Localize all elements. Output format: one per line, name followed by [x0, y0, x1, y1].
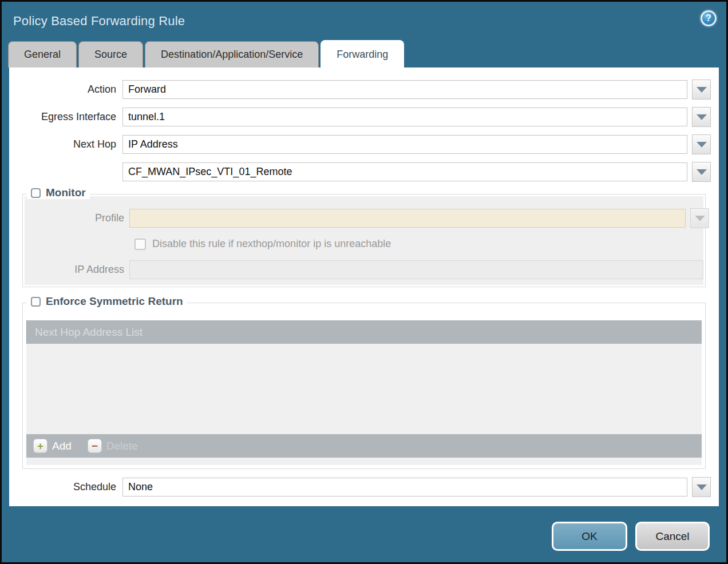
- profile-dropdown-button[interactable]: [690, 208, 709, 228]
- egress-interface-label: Egress Interface: [9, 111, 122, 123]
- schedule-dropdown-button[interactable]: [692, 477, 711, 497]
- action-row: Action: [9, 80, 719, 100]
- ok-button[interactable]: OK: [552, 522, 627, 551]
- next-hop-type-input[interactable]: [122, 135, 687, 154]
- action-dropdown-button[interactable]: [692, 80, 711, 100]
- enforce-symmetric-return-fieldset: Enforce Symmetric Return Next Hop Addres…: [22, 303, 706, 469]
- egress-interface-input[interactable]: [122, 108, 687, 126]
- chevron-down-icon: [697, 87, 707, 93]
- dialog-title: Policy Based Forwarding Rule: [13, 14, 185, 29]
- profile-label: Profile: [25, 212, 129, 224]
- schedule-label: Schedule: [9, 481, 122, 493]
- chevron-down-icon: [697, 142, 707, 148]
- tab-destination-application-service[interactable]: Destination/Application/Service: [145, 41, 319, 67]
- tab-bar: General Source Destination/Application/S…: [2, 40, 726, 67]
- disable-rule-checkbox[interactable]: [134, 239, 146, 250]
- cancel-button[interactable]: Cancel: [635, 522, 710, 551]
- egress-interface-row: Egress Interface: [9, 107, 719, 127]
- monitor-ip-address-row: IP Address: [25, 260, 703, 279]
- monitor-ip-address-input[interactable]: [129, 260, 703, 279]
- next-hop-address-list-table: Next Hop Address List + Add − Delete: [26, 320, 702, 465]
- add-button-label: Add: [52, 440, 72, 452]
- action-input[interactable]: [122, 80, 687, 99]
- monitor-label: Monitor: [46, 186, 86, 199]
- chevron-down-icon: [697, 114, 707, 120]
- next-hop-type-dropdown-button[interactable]: [692, 134, 711, 154]
- tab-content-forwarding: Action Egress Interface Next Hop: [9, 67, 719, 506]
- egress-interface-dropdown-button[interactable]: [692, 107, 711, 127]
- profile-input[interactable]: [129, 209, 686, 228]
- chevron-down-icon: [695, 216, 705, 221]
- monitor-legend: Monitor: [27, 186, 90, 199]
- next-hop-address-list-header: Next Hop Address List: [26, 320, 702, 344]
- dialog-titlebar: Policy Based Forwarding Rule ?: [2, 2, 726, 40]
- tab-source[interactable]: Source: [78, 41, 143, 67]
- schedule-input[interactable]: [122, 478, 687, 497]
- monitor-ip-address-label: IP Address: [25, 264, 129, 276]
- disable-rule-row: Disable this rule if nexthop/monitor ip …: [134, 238, 703, 250]
- delete-button[interactable]: − Delete: [88, 439, 138, 453]
- disable-rule-label: Disable this rule if nexthop/monitor ip …: [152, 238, 391, 250]
- next-hop-label: Next Hop: [9, 138, 122, 150]
- enforce-symmetric-return-legend: Enforce Symmetric Return: [27, 295, 187, 308]
- help-icon[interactable]: ?: [701, 10, 717, 26]
- dialog-policy-based-forwarding-rule: Policy Based Forwarding Rule ? General S…: [0, 0, 728, 564]
- tab-forwarding[interactable]: Forwarding: [321, 40, 404, 67]
- next-hop-address-list-body[interactable]: [26, 344, 702, 434]
- action-label: Action: [9, 84, 122, 96]
- next-hop-address-dropdown-button[interactable]: [692, 162, 711, 182]
- schedule-row: Schedule: [9, 477, 719, 497]
- next-hop-address-row: [9, 162, 719, 182]
- profile-row: Profile: [25, 208, 703, 228]
- delete-button-label: Delete: [106, 440, 138, 452]
- minus-icon: −: [88, 439, 102, 453]
- table-bottom-strip: [26, 458, 702, 465]
- monitor-fieldset: Monitor Profile Disable this rule if nex…: [22, 194, 706, 287]
- enforce-symmetric-return-label: Enforce Symmetric Return: [46, 295, 183, 308]
- tab-general[interactable]: General: [8, 41, 77, 67]
- dialog-footer: OK Cancel: [2, 506, 726, 551]
- next-hop-address-input[interactable]: [122, 162, 687, 181]
- add-button[interactable]: + Add: [33, 439, 72, 453]
- monitor-panel: Profile Disable this rule if nexthop/mon…: [25, 196, 703, 285]
- monitor-checkbox[interactable]: [31, 188, 41, 198]
- chevron-down-icon: [697, 484, 707, 490]
- chevron-down-icon: [697, 169, 707, 175]
- next-hop-address-list-toolbar: + Add − Delete: [26, 434, 702, 458]
- plus-icon: +: [33, 439, 48, 453]
- next-hop-row: Next Hop: [9, 134, 719, 154]
- enforce-symmetric-return-checkbox[interactable]: [31, 297, 41, 307]
